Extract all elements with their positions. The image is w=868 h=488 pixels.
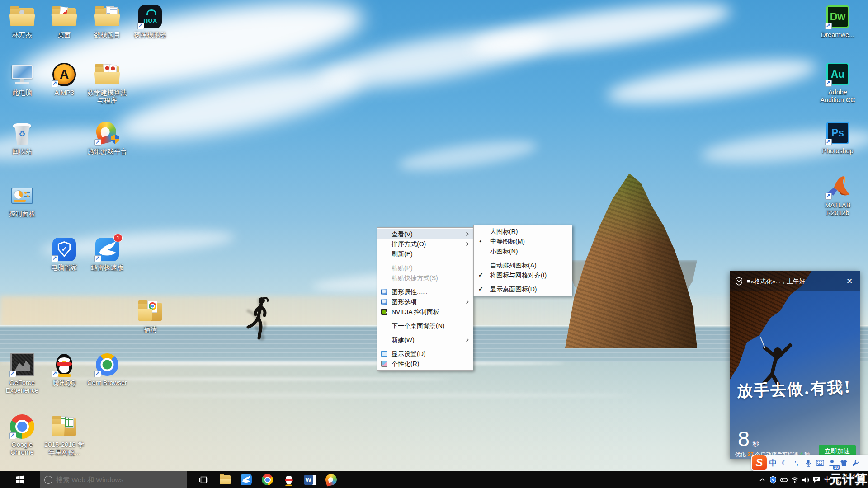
icon-label: MATLAB R2012b: [817, 202, 858, 217]
tray-network-icon[interactable]: [789, 471, 800, 488]
xunlei-icon: [241, 474, 252, 485]
notification-badge: 1: [113, 234, 123, 242]
icon-label: AIMP3: [44, 89, 85, 97]
desktop-icon-recycle-bin[interactable]: ♻ 回收站: [2, 120, 42, 155]
menu-item-personalize[interactable]: 个性化(R): [377, 359, 473, 369]
desktop-icon-matlab[interactable]: MATLAB R2012b: [817, 174, 858, 217]
menu-item-new[interactable]: 新建(W): [377, 335, 473, 345]
input-language-toggle[interactable]: 中: [767, 457, 779, 469]
tray-notification-icon[interactable]: [811, 471, 822, 488]
desktop-icon-chrome[interactable]: Google Chrome: [2, 413, 42, 456]
punctuation-toggle-icon[interactable]: ’,: [791, 457, 802, 469]
menu-item-next-desktop-background[interactable]: 下一个桌面背景(N): [377, 321, 473, 331]
desktop-icon-audition[interactable]: Au Adobe Audition CC: [817, 61, 858, 104]
icon-label: 数模题目: [87, 31, 127, 39]
nvidia-icon: [381, 308, 388, 315]
menu-item-view[interactable]: 查看(V): [377, 229, 473, 239]
icon-label: 电脑管家: [44, 264, 85, 272]
desktop-icon-qq[interactable]: 腾讯QQ: [44, 352, 85, 387]
menu-item-display-settings[interactable]: 显示设置(D): [377, 349, 473, 359]
taskbar-file-explorer[interactable]: [214, 471, 236, 488]
moon-mode-icon[interactable]: ☾: [779, 457, 791, 469]
desktop-icon-user-folder[interactable]: 林万杰: [2, 4, 42, 39]
icon-label: 腾讯QQ: [44, 379, 85, 387]
menu-item-paste[interactable]: 粘贴(P): [377, 263, 473, 273]
submenu-arrow-icon: [464, 242, 469, 246]
submenu-item-medium-icons[interactable]: 中等图标(M): [474, 236, 572, 246]
tray-device-icon[interactable]: [778, 471, 789, 488]
menu-item-paste-shortcut[interactable]: 粘贴快捷方式(S): [377, 273, 473, 283]
windows-logo-icon: [16, 475, 24, 484]
menu-item-graphics-properties[interactable]: 图形属性......: [377, 287, 473, 297]
submenu-item-small-icons[interactable]: 小图标(N): [474, 246, 572, 256]
tray-overflow-chevron[interactable]: [757, 471, 768, 488]
submenu-arrow-icon: [464, 232, 469, 236]
submenu-item-align-to-grid[interactable]: 将图标与网格对齐(I): [474, 270, 572, 280]
windows-desktop: 林万杰 桌面 数模题目 nox 夜神模拟器 此电脑 A AIMP3 数学建模算法…: [0, 0, 868, 488]
start-button[interactable]: [0, 471, 40, 488]
desktop-icon-dreamweaver[interactable]: Dw Dreamwe...: [817, 4, 858, 39]
icon-label: Cent Browser: [87, 379, 127, 387]
menu-item-graphics-options[interactable]: 图形选项: [377, 297, 473, 307]
taskbar-qq[interactable]: [278, 471, 299, 488]
desktop-icon-aimp3[interactable]: A AIMP3: [44, 61, 85, 97]
desktop-icon-photoshop[interactable]: Ps Photoshop: [817, 120, 858, 155]
voice-input-icon[interactable]: [802, 457, 814, 469]
desktop-icon-xunlei[interactable]: 1 迅雷极速版: [87, 236, 127, 272]
desktop-icon-geforce-experience[interactable]: GeForce Experience: [2, 352, 42, 394]
menu-separator: [392, 347, 470, 347]
desktop-icon-tencent-game-platform[interactable]: 腾讯游戏平台: [87, 120, 127, 155]
folder-icon: [95, 8, 119, 26]
system-tray: 中: [757, 471, 833, 488]
desktop-icon-math-modeling-folder[interactable]: 数学建模算法与程序: [87, 61, 127, 104]
taskbar: W 中 11:14 2: [0, 471, 868, 488]
desktop-icon-shumoti-folder[interactable]: 数模题目: [87, 4, 127, 39]
desktop-icon-pc-manager[interactable]: ✓ 电脑管家: [44, 236, 85, 272]
word-icon: W: [304, 474, 316, 485]
soft-keyboard-icon[interactable]: [814, 457, 826, 469]
view-submenu: 大图标(R) 中等图标(M) 小图标(N) 自动排列图标(A) 将图标与网格对齐…: [473, 225, 572, 296]
submenu-item-show-desktop-icons[interactable]: 显示桌面图标(D): [474, 284, 572, 294]
desktop-icon-cent-browser[interactable]: Cent Browser: [87, 352, 127, 387]
icon-label: 腾讯游戏平台: [87, 148, 127, 155]
taskbar-tencent-game-platform[interactable]: [321, 471, 342, 488]
task-view-button[interactable]: [193, 471, 214, 488]
taskbar-chrome[interactable]: [257, 471, 278, 488]
sogou-logo[interactable]: S: [752, 455, 767, 470]
menu-item-nvidia-control-panel[interactable]: NVIDIA 控制面板: [377, 307, 473, 317]
folder-icon: [95, 66, 119, 84]
submenu-item-large-icons[interactable]: 大图标(R): [474, 226, 572, 236]
taskbar-word[interactable]: W: [299, 471, 321, 488]
runner-silhouette: [246, 296, 274, 345]
settings-wrench-icon[interactable]: [849, 457, 861, 469]
menu-item-sort-by[interactable]: 排序方式(O): [377, 239, 473, 249]
skin-shirt-icon[interactable]: [838, 457, 849, 469]
taskbar-xunlei[interactable]: [236, 471, 257, 488]
icon-label: Google Chrome: [2, 441, 42, 456]
user-account-icon[interactable]: 18: [826, 457, 838, 469]
shortcut-arrow-icon: [52, 255, 58, 262]
task-view-icon: [199, 476, 208, 484]
taskbar-search-box[interactable]: [40, 471, 187, 488]
desktop-icon-control-panel[interactable]: 控制面板: [2, 183, 42, 218]
submenu-item-auto-arrange[interactable]: 自动排列图标(A): [474, 260, 572, 270]
popup-close-button[interactable]: ✕: [844, 277, 854, 286]
menu-separator: [490, 258, 569, 258]
menu-item-refresh[interactable]: 刷新(E): [377, 249, 473, 259]
qq-icon: [283, 474, 294, 486]
desktop-icon-nox[interactable]: nox 夜神模拟器: [130, 4, 170, 39]
desktop-icon-this-pc[interactable]: 此电脑: [2, 61, 42, 97]
submenu-arrow-icon: [464, 338, 469, 342]
tray-pc-manager-icon[interactable]: [768, 471, 778, 488]
pc-manager-shield-icon: [735, 277, 743, 286]
shortcut-arrow-icon: [94, 139, 101, 146]
uac-shield-icon: [111, 135, 119, 144]
tray-volume-icon[interactable]: [800, 471, 811, 488]
icon-label: Photoshop: [817, 147, 858, 155]
desktop-icon-2015-folder[interactable]: 2015-2016 学年星网锐...: [44, 413, 85, 456]
desktop-icon-fuqing-folder[interactable]: 福清: [130, 298, 170, 333]
popup-boost-seconds: 8秒: [738, 426, 759, 451]
watermark: 元计算: [830, 471, 868, 488]
desktop-icon-desktop-folder[interactable]: 桌面: [44, 4, 85, 39]
search-input[interactable]: [55, 475, 179, 484]
